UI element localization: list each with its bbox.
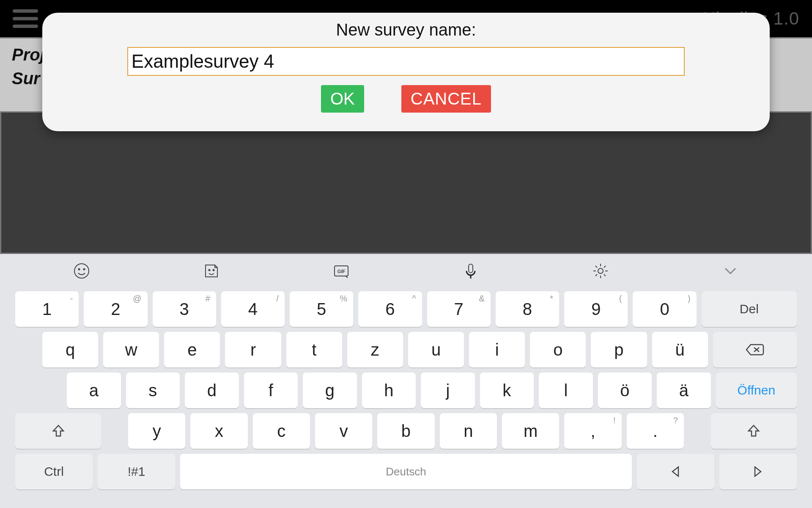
key-v[interactable]: v	[315, 413, 372, 449]
backspace-icon	[745, 343, 765, 356]
key-2[interactable]: 2@	[84, 291, 147, 327]
key-shift-right[interactable]	[711, 413, 797, 449]
key-p[interactable]: p	[591, 332, 647, 367]
key-del[interactable]: Del	[702, 291, 797, 327]
key-7[interactable]: 7&	[427, 291, 491, 327]
key-w[interactable]: w	[103, 332, 159, 367]
keyboard-row-a: a s d f g h j k l ö ä Öffnen	[15, 373, 797, 408]
key-o[interactable]: o	[530, 332, 586, 367]
key-1[interactable]: 1-	[15, 291, 79, 327]
key-ue[interactable]: ü	[652, 332, 708, 367]
key-a[interactable]: a	[67, 373, 121, 408]
svg-rect-7	[469, 264, 473, 273]
key-y[interactable]: y	[128, 413, 185, 449]
key-6[interactable]: 6^	[358, 291, 422, 327]
settings-icon[interactable]	[591, 262, 610, 280]
key-z[interactable]: z	[347, 332, 403, 367]
emoji-icon[interactable]	[72, 262, 91, 280]
key-d[interactable]: d	[185, 373, 239, 408]
keyboard-row-bottom: Ctrl !#1 Deutsch	[15, 454, 797, 489]
key-h[interactable]: h	[362, 373, 416, 408]
key-r[interactable]: r	[225, 332, 281, 367]
keyboard-row-y: y x c v b n m ,! .?	[15, 413, 797, 449]
new-survey-dialog: New survey name: OK CANCEL	[42, 13, 770, 131]
svg-text:GIF: GIF	[337, 269, 345, 274]
shift-icon	[51, 424, 66, 438]
ok-button[interactable]: OK	[321, 85, 364, 113]
shift-icon	[746, 424, 761, 438]
collapse-keyboard-icon[interactable]	[721, 262, 740, 280]
svg-point-0	[74, 264, 89, 278]
key-cursor-left[interactable]	[637, 454, 714, 489]
key-c[interactable]: c	[253, 413, 310, 449]
key-g[interactable]: g	[303, 373, 357, 408]
key-0[interactable]: 0)	[633, 291, 696, 327]
keyboard-row-q: q w e r t z u i o p ü	[15, 332, 797, 367]
dialog-title: New survey name:	[58, 20, 754, 39]
background-content-area	[0, 111, 812, 254]
menu-icon[interactable]	[13, 9, 38, 28]
key-cursor-right[interactable]	[719, 454, 797, 489]
key-f[interactable]: f	[244, 373, 298, 408]
gif-icon[interactable]: GIF	[332, 262, 351, 280]
key-ae[interactable]: ä	[657, 373, 711, 408]
key-4[interactable]: 4/	[221, 291, 285, 327]
key-shift-left[interactable]	[15, 413, 101, 449]
key-enter[interactable]: Öffnen	[716, 373, 797, 408]
key-period[interactable]: .?	[627, 413, 684, 449]
key-comma[interactable]: ,!	[564, 413, 621, 449]
key-j[interactable]: j	[421, 373, 475, 408]
key-u[interactable]: u	[408, 332, 464, 367]
key-symbols[interactable]: !#1	[98, 454, 175, 489]
survey-name-input[interactable]	[127, 47, 685, 76]
key-9[interactable]: 9(	[564, 291, 628, 327]
key-3[interactable]: 3#	[153, 291, 216, 327]
key-b[interactable]: b	[377, 413, 434, 449]
key-5[interactable]: 5%	[290, 291, 353, 327]
key-space[interactable]: Deutsch	[180, 454, 632, 489]
key-s[interactable]: s	[126, 373, 180, 408]
cancel-button[interactable]: CANCEL	[401, 85, 491, 113]
key-e[interactable]: e	[164, 332, 220, 367]
key-q[interactable]: q	[42, 332, 98, 367]
keyboard-toolbar: GIF	[0, 254, 812, 288]
key-i[interactable]: i	[469, 332, 525, 367]
svg-point-2	[84, 269, 85, 270]
triangle-right-icon	[752, 465, 763, 478]
on-screen-keyboard: GIF 1- 2@ 3# 4/ 5% 6^ 7& 8* 9( 0) Del q …	[0, 254, 812, 508]
key-8[interactable]: 8*	[496, 291, 559, 327]
key-l[interactable]: l	[539, 373, 593, 408]
key-k[interactable]: k	[480, 373, 534, 408]
mic-icon[interactable]	[461, 262, 480, 280]
key-x[interactable]: x	[190, 413, 247, 449]
keyboard-row-numbers: 1- 2@ 3# 4/ 5% 6^ 7& 8* 9( 0) Del	[15, 291, 797, 327]
key-backspace[interactable]	[713, 332, 797, 367]
triangle-left-icon	[670, 465, 681, 478]
key-ctrl[interactable]: Ctrl	[15, 454, 93, 489]
svg-point-3	[208, 270, 210, 271]
key-oe[interactable]: ö	[598, 373, 652, 408]
key-n[interactable]: n	[440, 413, 497, 449]
key-m[interactable]: m	[502, 413, 559, 449]
svg-point-9	[598, 268, 603, 273]
svg-point-1	[79, 269, 80, 270]
sticker-icon[interactable]	[202, 262, 221, 280]
svg-point-4	[213, 270, 214, 271]
key-t[interactable]: t	[286, 332, 342, 367]
